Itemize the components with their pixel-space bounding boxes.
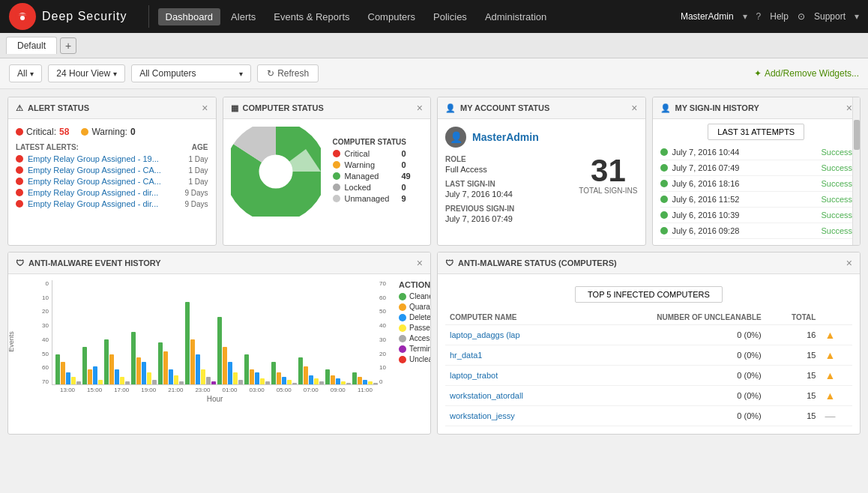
- computer-legend: COMPUTER STATUS Critical 0 Warning 0 Man…: [333, 138, 411, 205]
- signin-entry-3: July 6, 2016 11:52 Success: [660, 195, 853, 208]
- computer-name-1[interactable]: hr_data1: [445, 345, 580, 366]
- chart-x-tick: 17:00: [109, 387, 134, 393]
- username[interactable]: MasterAdmin: [472, 131, 539, 143]
- terminated-dot: [399, 345, 406, 353]
- chart-bar: [147, 372, 151, 384]
- alert-text-1[interactable]: Empty Relay Group Assigned - CA...: [28, 166, 184, 175]
- antimalware-history-header: 🛡 ANTI-MALWARE EVENT HISTORY ×: [8, 252, 430, 274]
- nav-links: Dashboard Alerts Events & Reports Comput…: [158, 8, 681, 25]
- chart-bar: [163, 351, 168, 384]
- chart-x-tick: 01:00: [217, 387, 242, 393]
- chart-x-tick: 07:00: [298, 387, 324, 393]
- top5-button[interactable]: TOP 5 INFECTED COMPUTERS: [575, 286, 723, 303]
- col-computer-name: COMPUTER NAME: [445, 310, 580, 325]
- total-4: 15: [766, 406, 821, 426]
- table-row: workstation_atordall 0 (0%) 15 ▲: [445, 386, 852, 406]
- antimalware-status-icon: 🛡: [445, 258, 453, 267]
- svg-point-1: [20, 16, 25, 20]
- chart-legend: ACTION TAKEN: Cleaned Quarantined Delete…: [399, 280, 431, 403]
- signin-history-close[interactable]: ×: [846, 102, 852, 114]
- alert-dot-1: [16, 166, 23, 174]
- signin-status-1: Success: [821, 163, 852, 172]
- account-details: ROLE Full Access LAST SIGN-IN July 7, 20…: [445, 155, 514, 229]
- chart-bar: [368, 381, 373, 384]
- tab-default[interactable]: Default: [6, 37, 57, 54]
- computer-name-4[interactable]: workstation_jessy: [445, 406, 580, 426]
- trend-3: ▲: [820, 386, 852, 406]
- alert-status-close[interactable]: ×: [202, 102, 208, 114]
- trend-0: ▲: [820, 325, 852, 345]
- signin-entry-5: July 6, 2016 09:28 Success: [660, 226, 853, 239]
- refresh-icon: ↻: [267, 68, 274, 79]
- chart-bar: [55, 354, 60, 384]
- nav-support-arrow[interactable]: ▾: [855, 11, 859, 22]
- computer-icon: ▦: [231, 103, 238, 113]
- signin-list: July 7, 2016 10:44 Success July 7, 2016 …: [653, 145, 861, 245]
- nav-dashboard[interactable]: Dashboard: [158, 8, 221, 25]
- signin-scrollbar[interactable]: [852, 97, 860, 245]
- access-denied-dot: [399, 335, 406, 342]
- alert-dot-0: [16, 155, 23, 163]
- alert-age-2: 1 Day: [188, 178, 208, 186]
- signin-dot-5: [660, 227, 668, 235]
- antimalware-history-close[interactable]: ×: [417, 257, 423, 269]
- nav-administration[interactable]: Administration: [477, 8, 554, 25]
- attempts-button[interactable]: LAST 31 ATTEMPTS: [708, 124, 804, 140]
- chart-bar: [228, 362, 232, 384]
- filter-all-button[interactable]: All ▾: [9, 64, 42, 82]
- computers-arrow: ▾: [239, 70, 243, 78]
- chart-bar: [211, 381, 216, 384]
- signin-date-3: July 6, 2016 11:52: [672, 195, 817, 204]
- refresh-button[interactable]: ↻ Refresh: [257, 64, 319, 82]
- chart-x-tick: 13:00: [55, 387, 80, 393]
- chart-bar: [158, 342, 163, 384]
- app-name: Deep Security: [42, 10, 127, 23]
- alert-text-4[interactable]: Empty Relay Group Assigned - dir...: [28, 199, 180, 208]
- view-selector[interactable]: 24 Hour View ▾: [48, 64, 125, 82]
- nav-computers[interactable]: Computers: [361, 8, 424, 25]
- chart-bar: [238, 380, 243, 384]
- chart-bar: [265, 381, 270, 384]
- antimalware-status-close[interactable]: ×: [846, 257, 852, 269]
- add-widgets-button[interactable]: ✦ Add/Remove Widgets...: [754, 68, 859, 79]
- computers-selector[interactable]: All Computers ▾: [131, 64, 251, 82]
- alert-text-2[interactable]: Empty Relay Group Assigned - CA...: [28, 177, 184, 186]
- chart-bar: [363, 380, 367, 384]
- tabbar: Default +: [0, 33, 868, 58]
- add-widgets-icon: ✦: [754, 68, 762, 79]
- nav-alerts[interactable]: Alerts: [223, 8, 263, 25]
- nav-policies[interactable]: Policies: [426, 8, 474, 25]
- chart-bar: [314, 378, 319, 384]
- account-status-close[interactable]: ×: [631, 102, 637, 114]
- alert-list: Empty Relay Group Assigned - 19... 1 Day…: [16, 154, 208, 208]
- nav-user[interactable]: MasterAdmin: [681, 11, 734, 22]
- chart-x-tick: 11:00: [352, 387, 378, 393]
- computer-name-0[interactable]: laptop_adaggs (lap: [445, 325, 580, 345]
- alert-text-3[interactable]: Empty Relay Group Assigned - dir...: [28, 188, 180, 197]
- app-logo[interactable]: Deep Security: [9, 3, 127, 30]
- signin-scrollbar-thumb[interactable]: [854, 120, 860, 150]
- nav-events-reports[interactable]: Events & Reports: [266, 8, 357, 25]
- computer-name-3[interactable]: workstation_atordall: [445, 386, 580, 406]
- chart-bar: [93, 366, 97, 384]
- logo-icon: [9, 3, 36, 30]
- computer-status-close[interactable]: ×: [417, 102, 423, 114]
- signin-date-5: July 6, 2016 09:28: [672, 226, 817, 235]
- antimalware-status-body: TOP 5 INFECTED COMPUTERS COMPUTER NAME N…: [438, 274, 860, 434]
- svg-point-5: [264, 160, 288, 184]
- col-total: TOTAL: [766, 310, 821, 325]
- signin-status-5: Success: [821, 226, 852, 235]
- chart-x-tick: 21:00: [163, 387, 188, 393]
- nav-help[interactable]: Help: [770, 11, 789, 22]
- legend-deleted: Deleted: [399, 313, 431, 321]
- computers-label: All Computers: [139, 68, 196, 79]
- signin-status-3: Success: [821, 195, 852, 204]
- nav-support[interactable]: Support: [814, 11, 846, 22]
- nav-user-arrow[interactable]: ▾: [743, 11, 747, 22]
- chart-bar: [88, 369, 92, 384]
- alert-text-0[interactable]: Empty Relay Group Assigned - 19...: [28, 154, 184, 163]
- alert-row: Empty Relay Group Assigned - CA... 1 Day: [16, 177, 208, 186]
- computer-name-2[interactable]: laptop_trabot: [445, 366, 580, 386]
- chart-bar: [104, 339, 109, 384]
- tab-add-button[interactable]: +: [60, 37, 76, 54]
